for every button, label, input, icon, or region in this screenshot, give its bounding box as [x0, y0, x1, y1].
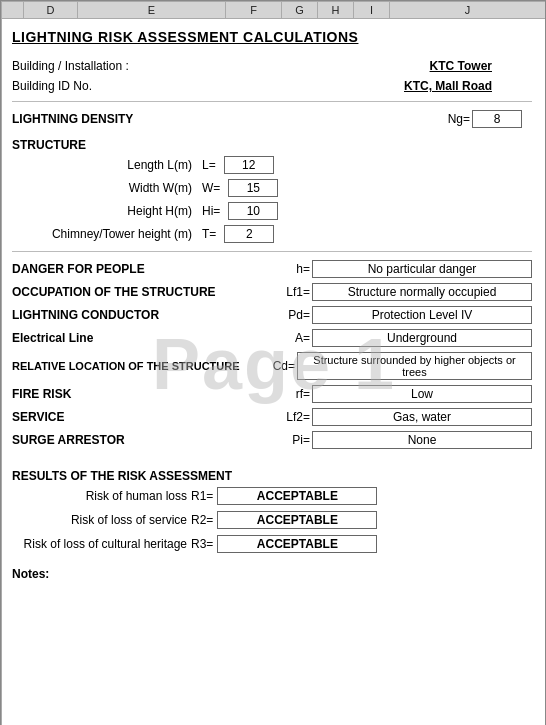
height-value[interactable]: 10: [228, 202, 278, 220]
width-eq: W=: [202, 181, 220, 195]
lightning-density-label: LIGHTNING DENSITY: [12, 112, 133, 126]
building-row: Building / Installation : KTC Tower: [12, 59, 532, 73]
surge-label: SURGE ARRESTOR: [12, 433, 125, 447]
col-header-d: D: [24, 2, 78, 18]
chimney-label: Chimney/Tower height (m): [12, 227, 192, 241]
danger-label: DANGER FOR PEOPLE: [12, 262, 145, 276]
length-eq: L=: [202, 158, 216, 172]
r3-value[interactable]: ACCEPTABLE: [217, 535, 377, 553]
lightning-density-row: LIGHTNING DENSITY Ng= 8: [12, 110, 532, 128]
r1-eq: R1=: [191, 489, 213, 503]
length-row: Length L(m) L= 12: [12, 156, 532, 174]
col-header-f: F: [226, 2, 282, 18]
r2-label: Risk of loss of service: [12, 513, 187, 527]
notes-label: Notes:: [12, 567, 532, 581]
height-row: Height H(m) Hi= 10: [12, 202, 532, 220]
results-title: RESULTS OF THE RISK ASSESSMENT: [12, 469, 532, 483]
r2-value[interactable]: ACCEPTABLE: [217, 511, 377, 529]
results-section: RESULTS OF THE RISK ASSESSMENT Risk of h…: [12, 469, 532, 553]
r3-row: Risk of loss of cultural heritage R3= AC…: [12, 535, 532, 553]
r1-label: Risk of human loss: [12, 489, 187, 503]
occupation-value[interactable]: Structure normally occupied: [312, 283, 532, 301]
chimney-row: Chimney/Tower height (m) T= 2: [12, 225, 532, 243]
r2-eq: R2=: [191, 513, 213, 527]
relative-row: RELATIVE LOCATION OF THE STRUCTURE Cd= S…: [12, 352, 532, 380]
height-label: Height H(m): [12, 204, 192, 218]
width-value[interactable]: 15: [228, 179, 278, 197]
surge-eq: Pi=: [292, 433, 310, 447]
conductor-label: LIGHTNING CONDUCTOR: [12, 308, 159, 322]
danger-eq: h=: [296, 262, 310, 276]
r3-label: Risk of loss of cultural heritage: [12, 537, 187, 551]
surge-row: SURGE ARRESTOR Pi= None: [12, 431, 532, 449]
col-header-i: I: [354, 2, 390, 18]
structure-section-title: STRUCTURE: [12, 138, 532, 152]
building-id-label: Building ID No.: [12, 79, 92, 93]
electrical-row: Electrical Line A= Underground: [12, 329, 532, 347]
length-label: Length L(m): [12, 158, 192, 172]
width-label: Width W(m): [12, 181, 192, 195]
ng-eq: Ng=: [448, 112, 470, 126]
page-title: LIGHTNING RISK ASSESSMENT CALCULATIONS: [12, 29, 532, 45]
conductor-row: LIGHTNING CONDUCTOR Pd= Protection Level…: [12, 306, 532, 324]
col-header-j: J: [390, 2, 546, 18]
building-id-row: Building ID No. KTC, Mall Road: [12, 79, 532, 93]
length-value[interactable]: 12: [224, 156, 274, 174]
electrical-eq: A=: [295, 331, 310, 345]
relative-label: RELATIVE LOCATION OF THE STRUCTURE: [12, 360, 240, 372]
r1-row: Risk of human loss R1= ACCEPTABLE: [12, 487, 532, 505]
conductor-eq: Pd=: [288, 308, 310, 322]
r3-eq: R3=: [191, 537, 213, 551]
service-value[interactable]: Gas, water: [312, 408, 532, 426]
danger-value[interactable]: No particular danger: [312, 260, 532, 278]
r2-row: Risk of loss of service R2= ACCEPTABLE: [12, 511, 532, 529]
electrical-label: Electrical Line: [12, 331, 93, 345]
height-eq: Hi=: [202, 204, 220, 218]
building-label: Building / Installation :: [12, 59, 129, 73]
fire-row: FIRE RISK rf= Low: [12, 385, 532, 403]
service-row: SERVICE Lf2= Gas, water: [12, 408, 532, 426]
col-header-g: G: [282, 2, 318, 18]
width-row: Width W(m) W= 15: [12, 179, 532, 197]
fire-value[interactable]: Low: [312, 385, 532, 403]
danger-row: DANGER FOR PEOPLE h= No particular dange…: [12, 260, 532, 278]
divider-2: [12, 251, 532, 252]
fire-label: FIRE RISK: [12, 387, 71, 401]
r1-value[interactable]: ACCEPTABLE: [217, 487, 377, 505]
divider-1: [12, 101, 532, 102]
relative-eq: Cd=: [273, 359, 295, 373]
occupation-eq: Lf1=: [286, 285, 310, 299]
occupation-label: OCCUPATION OF THE STRUCTURE: [12, 285, 216, 299]
col-header-empty: [2, 2, 24, 18]
chimney-value[interactable]: 2: [224, 225, 274, 243]
service-label: SERVICE: [12, 410, 64, 424]
conductor-value[interactable]: Protection Level IV: [312, 306, 532, 324]
electrical-value[interactable]: Underground: [312, 329, 532, 347]
building-value: KTC Tower: [430, 59, 492, 73]
col-header-e: E: [78, 2, 226, 18]
service-eq: Lf2=: [286, 410, 310, 424]
fire-eq: rf=: [296, 387, 310, 401]
chimney-eq: T=: [202, 227, 216, 241]
occupation-row: OCCUPATION OF THE STRUCTURE Lf1= Structu…: [12, 283, 532, 301]
ng-value[interactable]: 8: [472, 110, 522, 128]
relative-value[interactable]: Structure surrounded by higher objects o…: [297, 352, 532, 380]
col-header-h: H: [318, 2, 354, 18]
building-id-value: KTC, Mall Road: [404, 79, 492, 93]
column-headers: D E F G H I J: [2, 2, 546, 19]
surge-value[interactable]: None: [312, 431, 532, 449]
